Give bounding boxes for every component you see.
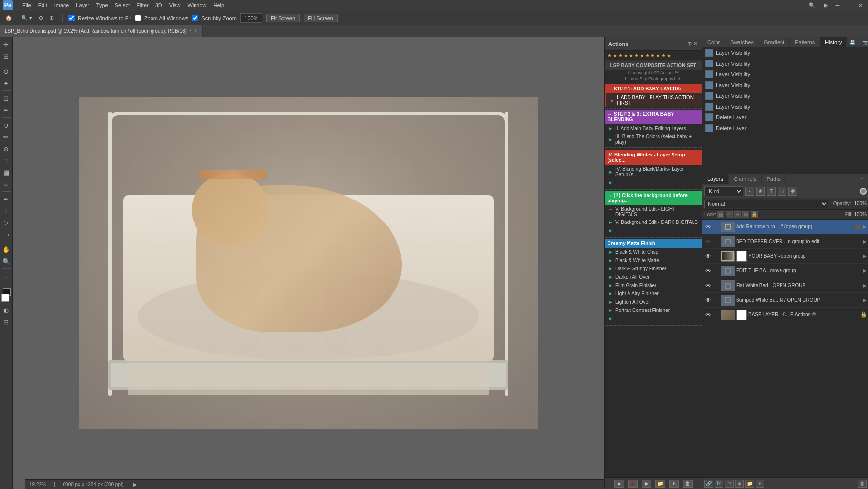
layer-expand-0[interactable]: ▶ (863, 224, 867, 229)
rectangle-tool[interactable]: ▭ (1, 229, 12, 240)
layer-eye-5[interactable]: 👁 (704, 296, 712, 304)
star-6[interactable]: ★ (634, 53, 639, 58)
lock-artboard-icon[interactable]: ⊠ (742, 211, 749, 218)
delete-action-btn[interactable]: 🗑 (683, 480, 693, 488)
step-2a-action[interactable]: ► II. Add Main Baby Editing Layers (605, 124, 702, 133)
menu-file[interactable]: File (22, 2, 31, 8)
maximize-btn[interactable]: □ (845, 1, 853, 10)
layer-eye-6[interactable]: 👁 (704, 311, 712, 319)
tab-swatches[interactable]: Swatches (725, 37, 759, 47)
history-item-4[interactable]: Layer Visibility (702, 90, 868, 101)
layer-expand-3[interactable]: ▶ (863, 268, 867, 273)
stop-btn[interactable]: ■ (614, 480, 624, 488)
lock-position-icon[interactable]: ✛ (734, 211, 741, 218)
search-icon[interactable]: 🔍 (806, 1, 818, 10)
new-action-btn[interactable]: + (669, 480, 679, 488)
zoom-all-check[interactable] (135, 15, 141, 21)
layers-panel-menu[interactable]: ≡ (858, 176, 866, 183)
layers-filter-smart-icon[interactable]: ◉ (788, 187, 797, 196)
step-6d-action[interactable]: ► Darken All Over (605, 273, 702, 281)
scrubby-check[interactable] (192, 15, 198, 21)
layers-filter-pixel-icon[interactable]: ▪ (745, 187, 754, 196)
layer-eye-1[interactable]: 👁 (704, 238, 712, 245)
step-6h-action[interactable]: ► Portrait Contrast Finisher (605, 306, 702, 314)
canvas-area[interactable]: 19.22% | 6000 px x 4284 px (300 ppi) ▶ (13, 37, 604, 489)
star-11[interactable]: ★ (661, 53, 666, 58)
layers-mask-btn[interactable]: □ (725, 480, 734, 488)
layer-expand-4[interactable]: ▶ (863, 283, 867, 288)
layers-delete-btn[interactable]: 🗑 (858, 480, 867, 488)
star-2[interactable]: ★ (613, 53, 617, 58)
menu-type[interactable]: Type (96, 2, 108, 8)
menu-layer[interactable]: Layer (76, 2, 89, 8)
hand-tool[interactable]: ✋ (1, 244, 12, 255)
step-6i-action[interactable]: ► (605, 314, 702, 323)
layers-visibility-toggle[interactable] (860, 188, 867, 195)
record-btn[interactable]: ● (628, 480, 638, 488)
star-12[interactable]: ★ (667, 53, 671, 58)
history-item-1[interactable]: Layer Visibility (702, 58, 868, 69)
history-item-2[interactable]: Layer Visibility (702, 69, 868, 80)
layer-row-1[interactable]: 👁 BED TOPPER OVER ...n group to edit ▶ (702, 234, 868, 249)
step-6-header[interactable]: Creamy Matte Finish (605, 239, 702, 248)
step-6c-action[interactable]: ► Dark & Grungy Finisher (605, 265, 702, 273)
lasso-tool[interactable]: ⊙ (1, 66, 12, 77)
star-9[interactable]: ★ (651, 53, 655, 58)
menu-3d[interactable]: 3D (155, 2, 162, 8)
gradient-tool[interactable]: ▦ (1, 167, 12, 178)
home-btn[interactable]: 🏠 (3, 14, 15, 22)
star-7[interactable]: ★ (640, 53, 644, 58)
history-save-btn[interactable]: 💾 (847, 39, 858, 46)
layers-filter-adj-icon[interactable]: ◈ (756, 187, 765, 196)
layer-eye-0[interactable]: 👁 (704, 223, 712, 231)
history-item-3[interactable]: Layer Visibility (702, 80, 868, 90)
menu-select[interactable]: Select (115, 2, 130, 8)
move-tool[interactable]: ✛ (1, 39, 12, 50)
zoom-value-input[interactable] (240, 13, 262, 23)
layer-eye-2[interactable]: 👁 (704, 252, 712, 260)
menu-window[interactable]: Window (187, 2, 206, 8)
layers-filter-shape-icon[interactable]: □ (778, 187, 786, 196)
background-color[interactable] (1, 294, 9, 302)
star-8[interactable]: ★ (645, 53, 650, 58)
history-item-6[interactable]: Delete Layer (702, 112, 868, 123)
step-5b-action[interactable]: ► (605, 226, 702, 235)
tab-color[interactable]: Color (702, 37, 725, 47)
lock-image-icon[interactable]: ✏ (726, 211, 733, 218)
step-4a-action[interactable]: ► IV. Blending Black/Darks- Layer Setup … (605, 165, 702, 178)
resize-windows-check[interactable] (68, 15, 75, 21)
menu-image[interactable]: Image (54, 2, 69, 8)
lock-pixels-icon[interactable]: ▦ (717, 211, 724, 218)
zoom-out-btn[interactable]: ⊖ (36, 14, 45, 22)
step-5-header[interactable]: → [!!] Click the background before playi… (605, 191, 702, 205)
layers-adj-btn[interactable]: ◈ (735, 480, 744, 488)
menu-edit[interactable]: Edit (38, 2, 47, 8)
layers-new-btn[interactable]: + (756, 480, 764, 488)
brush-tool[interactable]: ✏ (1, 132, 12, 142)
zoom-tool-btn[interactable]: 🔍 ▾ (19, 14, 35, 22)
new-folder-btn[interactable]: 📁 (655, 480, 665, 488)
screen-mode-btn[interactable]: ⊟ (1, 316, 12, 327)
tab-patterns[interactable]: Patterns (790, 37, 820, 47)
minimize-btn[interactable]: ─ (833, 1, 842, 10)
layer-row-0[interactable]: 👁 Add Rainbow turn ...ff (open group) ▶ (702, 220, 868, 234)
zoom-in-btn[interactable]: ⊕ (47, 14, 56, 22)
layers-filter-select[interactable]: Kind (704, 186, 743, 196)
star-5[interactable]: ★ (629, 53, 633, 58)
history-item-7[interactable]: Delete Layer (702, 123, 868, 133)
tab-history[interactable]: History (820, 37, 847, 47)
arrange-icon[interactable]: ⊞ (821, 1, 830, 10)
tab-gradient[interactable]: Gradient (759, 37, 790, 47)
action-set-title[interactable]: LSP BABY COMPOSITE ACTION SET (605, 61, 702, 70)
artboard-tool[interactable]: ⊞ (1, 51, 12, 62)
close-btn[interactable]: ✕ (856, 1, 865, 10)
star-4[interactable]: ★ (624, 53, 628, 58)
step-1-header[interactable]: → STEP 1: ADD BABY LAYERS: ← (605, 84, 702, 93)
step-2-header[interactable]: → STEP 2 & 3: EXTRA BABY BLENDING (605, 110, 702, 124)
layers-link-btn[interactable]: 🔗 (704, 480, 713, 488)
layer-row-6[interactable]: 👁 BASE LAYER - ©...P Actions ® 🔒 (702, 308, 868, 322)
layer-eye-3[interactable]: 👁 (704, 267, 712, 275)
path-select-tool[interactable]: ▷ (1, 217, 12, 228)
more-tools[interactable]: ··· (1, 271, 12, 282)
tab-paths[interactable]: Paths (762, 174, 786, 184)
